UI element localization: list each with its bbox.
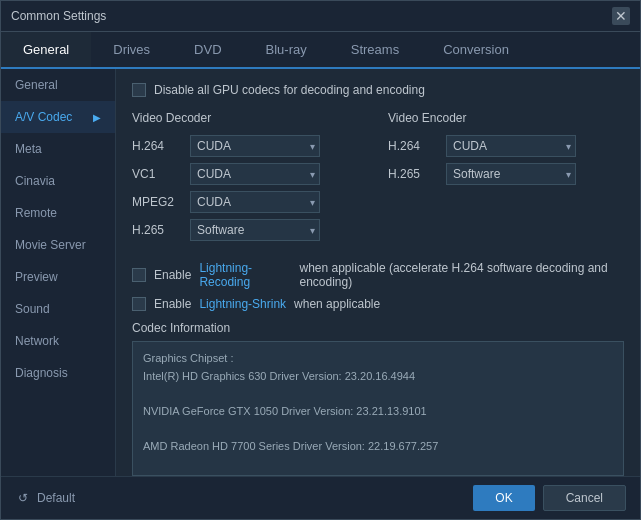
codec-info-line-4 bbox=[143, 420, 613, 438]
tab-dvd[interactable]: DVD bbox=[172, 32, 243, 69]
lightning-recoding-prefix: Enable bbox=[154, 268, 191, 282]
decoder-h265-select[interactable]: Software CUDA bbox=[190, 219, 320, 241]
video-decoder-group: Video Decoder H.264 CUDA Software VC1 bbox=[132, 111, 368, 247]
tab-drives[interactable]: Drives bbox=[91, 32, 172, 69]
tab-conversion[interactable]: Conversion bbox=[421, 32, 531, 69]
footer: ↺ Default OK Cancel bbox=[1, 476, 640, 519]
decoder-vc1-row: VC1 CUDA Software bbox=[132, 163, 368, 185]
codec-info-title: Codec Information bbox=[132, 321, 624, 335]
dialog: Common Settings ✕ General Drives DVD Blu… bbox=[0, 0, 641, 520]
decoder-h264-label: H.264 bbox=[132, 139, 182, 153]
sidebar-item-diagnosis[interactable]: Diagnosis bbox=[1, 357, 115, 389]
sidebar-item-meta[interactable]: Meta bbox=[1, 133, 115, 165]
decoder-h264-row: H.264 CUDA Software bbox=[132, 135, 368, 157]
sidebar-item-preview[interactable]: Preview bbox=[1, 261, 115, 293]
sidebar-item-remote[interactable]: Remote bbox=[1, 197, 115, 229]
disable-gpu-row: Disable all GPU codecs for decoding and … bbox=[132, 83, 624, 97]
close-button[interactable]: ✕ bbox=[612, 7, 630, 25]
codec-info-line-6 bbox=[143, 456, 613, 474]
tab-bluray[interactable]: Blu-ray bbox=[244, 32, 329, 69]
default-label: Default bbox=[37, 491, 75, 505]
sidebar-item-sound[interactable]: Sound bbox=[1, 293, 115, 325]
lightning-recoding-suffix: when applicable (accelerate H.264 softwa… bbox=[300, 261, 625, 289]
decoder-mpeg2-select[interactable]: CUDA Software bbox=[190, 191, 320, 213]
title-bar: Common Settings ✕ bbox=[1, 1, 640, 32]
codec-info-line-3: NVIDIA GeForce GTX 1050 Driver Version: … bbox=[143, 403, 613, 421]
lightning-recoding-link[interactable]: Lightning-Recoding bbox=[199, 261, 291, 289]
codec-info-line-0: Graphics Chipset : bbox=[143, 350, 613, 368]
sidebar: General A/V Codec ▶ Meta Cinavia Remote … bbox=[1, 69, 116, 476]
lightning-shrink-row: Enable Lightning-Shrink when applicable bbox=[132, 297, 624, 311]
encoder-h265-label: H.265 bbox=[388, 167, 438, 181]
codecs-row: Video Decoder H.264 CUDA Software VC1 bbox=[132, 111, 624, 247]
encoder-h264-select[interactable]: CUDA Software bbox=[446, 135, 576, 157]
decoder-h265-row: H.265 Software CUDA bbox=[132, 219, 368, 241]
ok-button[interactable]: OK bbox=[473, 485, 534, 511]
sidebar-item-movie-server[interactable]: Movie Server bbox=[1, 229, 115, 261]
dialog-title: Common Settings bbox=[11, 9, 106, 23]
decoder-vc1-label: VC1 bbox=[132, 167, 182, 181]
decoder-vc1-select-wrapper: CUDA Software bbox=[190, 163, 320, 185]
sidebar-arrow-icon: ▶ bbox=[93, 112, 101, 123]
main-panel: Disable all GPU codecs for decoding and … bbox=[116, 69, 640, 476]
decoder-h265-select-wrapper: Software CUDA bbox=[190, 219, 320, 241]
codec-info-section: Codec Information Graphics Chipset : Int… bbox=[132, 321, 624, 476]
lightning-shrink-prefix: Enable bbox=[154, 297, 191, 311]
encoder-h265-select[interactable]: Software CUDA bbox=[446, 163, 576, 185]
decoder-h264-select[interactable]: CUDA Software bbox=[190, 135, 320, 157]
lightning-recoding-row: Enable Lightning-Recoding when applicabl… bbox=[132, 261, 624, 289]
encoder-h264-label: H.264 bbox=[388, 139, 438, 153]
sidebar-item-cinavia[interactable]: Cinavia bbox=[1, 165, 115, 197]
disable-gpu-label: Disable all GPU codecs for decoding and … bbox=[154, 83, 425, 97]
video-encoder-title: Video Encoder bbox=[388, 111, 624, 127]
codec-info-line-5: AMD Radeon HD 7700 Series Driver Version… bbox=[143, 438, 613, 456]
encoder-h264-row: H.264 CUDA Software bbox=[388, 135, 624, 157]
encoder-h264-select-wrapper: CUDA Software bbox=[446, 135, 576, 157]
sidebar-item-av-codec[interactable]: A/V Codec ▶ bbox=[1, 101, 115, 133]
video-decoder-title: Video Decoder bbox=[132, 111, 368, 127]
footer-actions: OK Cancel bbox=[473, 485, 626, 511]
lightning-shrink-checkbox[interactable] bbox=[132, 297, 146, 311]
codec-info-box[interactable]: Graphics Chipset : Intel(R) HD Graphics … bbox=[132, 341, 624, 476]
video-encoder-group: Video Encoder H.264 CUDA Software H.265 bbox=[388, 111, 624, 247]
decoder-h264-select-wrapper: CUDA Software bbox=[190, 135, 320, 157]
lightning-shrink-suffix: when applicable bbox=[294, 297, 380, 311]
default-icon: ↺ bbox=[15, 490, 31, 506]
codec-info-line-1: Intel(R) HD Graphics 630 Driver Version:… bbox=[143, 368, 613, 386]
encoder-h265-row: H.265 Software CUDA bbox=[388, 163, 624, 185]
decoder-mpeg2-select-wrapper: CUDA Software bbox=[190, 191, 320, 213]
lightning-recoding-checkbox[interactable] bbox=[132, 268, 146, 282]
tab-bar: General Drives DVD Blu-ray Streams Conve… bbox=[1, 32, 640, 69]
content-area: General A/V Codec ▶ Meta Cinavia Remote … bbox=[1, 69, 640, 476]
tab-general[interactable]: General bbox=[1, 32, 91, 69]
tab-streams[interactable]: Streams bbox=[329, 32, 421, 69]
sidebar-item-general[interactable]: General bbox=[1, 69, 115, 101]
decoder-vc1-select[interactable]: CUDA Software bbox=[190, 163, 320, 185]
codec-info-line-2 bbox=[143, 385, 613, 403]
sidebar-item-network[interactable]: Network bbox=[1, 325, 115, 357]
lightning-shrink-link[interactable]: Lightning-Shrink bbox=[199, 297, 286, 311]
default-button[interactable]: ↺ Default bbox=[15, 490, 75, 506]
decoder-mpeg2-row: MPEG2 CUDA Software bbox=[132, 191, 368, 213]
encoder-h265-select-wrapper: Software CUDA bbox=[446, 163, 576, 185]
decoder-h265-label: H.265 bbox=[132, 223, 182, 237]
cancel-button[interactable]: Cancel bbox=[543, 485, 626, 511]
decoder-mpeg2-label: MPEG2 bbox=[132, 195, 182, 209]
disable-gpu-checkbox[interactable] bbox=[132, 83, 146, 97]
